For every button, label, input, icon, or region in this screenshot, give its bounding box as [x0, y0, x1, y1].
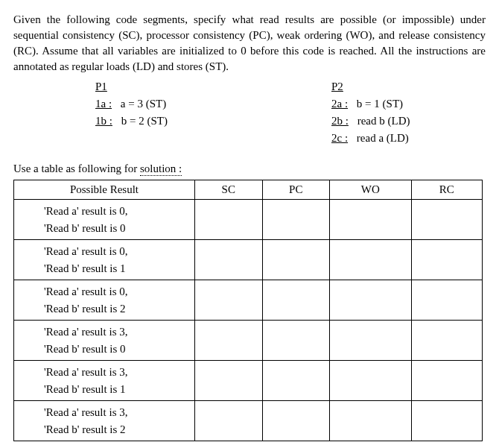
col-header-wo: WO: [330, 180, 412, 200]
segment-p2: P2 2a : b = 1 (ST) 2b : read b (LD) 2c :…: [250, 81, 486, 149]
pc-cell: [262, 280, 330, 321]
instr-body: read a (LD): [357, 132, 409, 144]
result-line: 'Read b' result is 1: [44, 260, 185, 277]
p2-instruction: 2c : read a (LD): [331, 132, 486, 145]
col-header-pc: PC: [262, 180, 330, 200]
result-line: 'Read b' result is 2: [44, 300, 185, 318]
sc-cell: [195, 321, 263, 361]
instr-label: 1b :: [95, 115, 112, 127]
p2-instruction: 2b : read b (LD): [331, 115, 486, 127]
result-line: 'Read a' result is 0,: [44, 283, 185, 300]
rc-cell: [411, 240, 482, 280]
code-segments: P1 1a : a = 3 (ST) 1b : b = 2 (ST) P2 2a…: [13, 81, 486, 149]
rc-cell: [411, 280, 482, 321]
table-row: 'Read a' result is 3, 'Read b' result is…: [14, 321, 483, 361]
wo-cell: [330, 401, 412, 441]
intro-paragraph: Given the following code segments, speci…: [13, 12, 486, 75]
solution-lead: Use a table as following for solution :: [13, 163, 486, 175]
result-cell: 'Read a' result is 3, 'Read b' result is…: [14, 321, 195, 361]
p1-header: P1: [95, 81, 250, 93]
result-line: 'Read a' result is 0,: [44, 203, 185, 220]
col-header-rc: RC: [411, 180, 482, 200]
table-header-row: Possible Result SC PC WO RC: [14, 180, 483, 200]
segment-p1: P1 1a : a = 3 (ST) 1b : b = 2 (ST): [13, 81, 250, 149]
result-cell: 'Read a' result is 0, 'Read b' result is…: [14, 200, 195, 240]
result-cell: 'Read a' result is 3, 'Read b' result is…: [14, 401, 195, 441]
sc-cell: [195, 361, 263, 401]
rc-cell: [411, 321, 482, 361]
instr-body: read b (LD): [357, 115, 410, 127]
result-line: 'Read b' result is 2: [44, 421, 185, 438]
sc-cell: [195, 401, 263, 441]
wo-cell: [330, 361, 412, 401]
instr-label: 1a :: [95, 98, 112, 110]
pc-cell: [262, 401, 330, 441]
table-body: 'Read a' result is 0, 'Read b' result is…: [14, 200, 483, 441]
instr-body: b = 2 (ST): [121, 115, 168, 127]
instr-body: b = 1 (ST): [357, 98, 403, 110]
wo-cell: [330, 321, 412, 361]
solution-table: Possible Result SC PC WO RC 'Read a' res…: [13, 180, 483, 441]
wo-cell: [330, 240, 412, 280]
wo-cell: [330, 200, 412, 240]
rc-cell: [411, 361, 482, 401]
result-line: 'Read a' result is 0,: [44, 243, 185, 260]
result-line: 'Read a' result is 3,: [44, 324, 185, 341]
instr-label: 2a :: [331, 98, 348, 110]
rc-cell: [411, 401, 482, 441]
pc-cell: [262, 200, 330, 240]
sc-cell: [195, 280, 263, 321]
sc-cell: [195, 200, 263, 240]
instr-label: 2b :: [331, 115, 349, 127]
sc-cell: [195, 240, 263, 280]
table-row: 'Read a' result is 3, 'Read b' result is…: [14, 361, 483, 401]
result-cell: 'Read a' result is 0, 'Read b' result is…: [14, 240, 195, 280]
table-row: 'Read a' result is 0, 'Read b' result is…: [14, 200, 483, 240]
pc-cell: [262, 240, 330, 280]
pc-cell: [262, 321, 330, 361]
solution-lead-prefix: Use a table as following for: [13, 163, 140, 174]
result-line: 'Read b' result is 0: [44, 220, 185, 237]
result-line: 'Read a' result is 3,: [44, 404, 185, 421]
result-cell: 'Read a' result is 3, 'Read b' result is…: [14, 361, 195, 401]
table-row: 'Read a' result is 0, 'Read b' result is…: [14, 280, 483, 321]
col-header-sc: SC: [195, 180, 263, 200]
table-row: 'Read a' result is 0, 'Read b' result is…: [14, 240, 483, 280]
p2-instruction: 2a : b = 1 (ST): [331, 98, 486, 110]
p2-header: P2: [331, 81, 486, 93]
instr-body: a = 3 (ST): [121, 98, 166, 110]
result-line: 'Read b' result is 1: [44, 381, 185, 398]
col-header-result: Possible Result: [14, 180, 195, 200]
instr-label: 2c :: [331, 132, 348, 144]
p1-instruction: 1a : a = 3 (ST): [95, 98, 250, 110]
pc-cell: [262, 361, 330, 401]
rc-cell: [411, 200, 482, 240]
result-line: 'Read a' result is 3,: [44, 364, 185, 381]
wo-cell: [330, 280, 412, 321]
table-row: 'Read a' result is 3, 'Read b' result is…: [14, 401, 483, 441]
p1-instruction: 1b : b = 2 (ST): [95, 115, 250, 127]
result-cell: 'Read a' result is 0, 'Read b' result is…: [14, 280, 195, 321]
solution-link: solution :: [140, 163, 182, 176]
result-line: 'Read b' result is 0: [44, 341, 185, 358]
